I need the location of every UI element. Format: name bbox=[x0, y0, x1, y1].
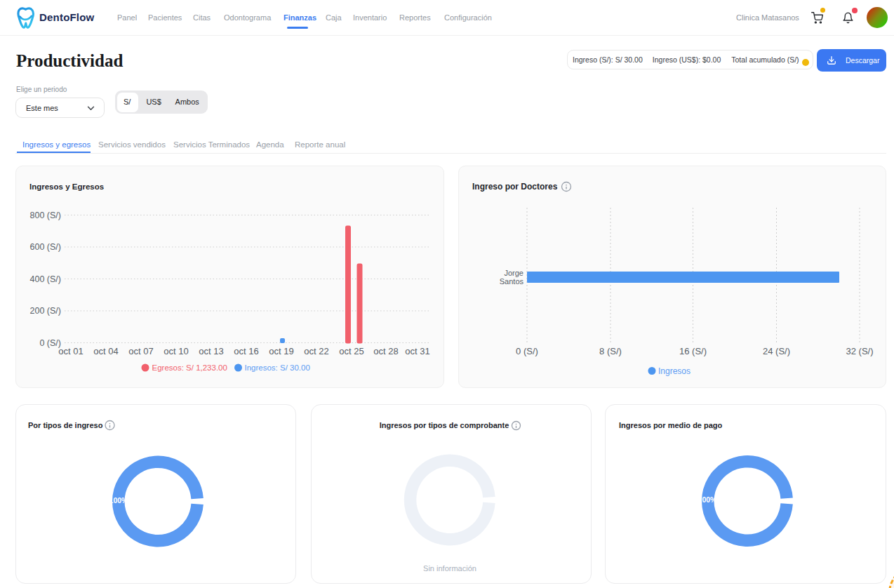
svg-text:oct 01: oct 01 bbox=[58, 346, 83, 356]
svg-text:oct 10: oct 10 bbox=[164, 346, 188, 356]
svg-text:Ingresos por medio de pago: Ingresos por medio de pago bbox=[619, 421, 723, 429]
svg-text:600 (S/): 600 (S/) bbox=[30, 242, 61, 252]
svg-text:200 (S/): 200 (S/) bbox=[30, 306, 61, 316]
svg-text:Ingresos: S/ 30.00: Ingresos: S/ 30.00 bbox=[245, 363, 310, 372]
svg-text:Ingresos: Ingresos bbox=[658, 366, 690, 376]
svg-text:oct 13: oct 13 bbox=[199, 346, 223, 356]
svg-text:800 (S/): 800 (S/) bbox=[30, 211, 61, 220]
svg-text:oct 19: oct 19 bbox=[269, 346, 293, 356]
svg-text:Ingresos y Egresos: Ingresos y Egresos bbox=[29, 182, 104, 191]
svg-text:8 (S/): 8 (S/) bbox=[599, 346, 622, 356]
svg-text:Jorge: Jorge bbox=[504, 269, 523, 277]
svg-text:Egresos: S/ 1,233.00: Egresos: S/ 1,233.00 bbox=[152, 363, 227, 372]
svg-text:oct 04: oct 04 bbox=[93, 346, 118, 356]
svg-text:Por tipos de ingreso: Por tipos de ingreso bbox=[28, 421, 103, 429]
svg-text:100%: 100% bbox=[698, 495, 718, 504]
svg-text:16 (S/): 16 (S/) bbox=[679, 346, 707, 356]
svg-text:0 (S/): 0 (S/) bbox=[516, 346, 538, 356]
svg-text:oct 28: oct 28 bbox=[373, 346, 398, 356]
svg-text:oct 31: oct 31 bbox=[405, 346, 429, 356]
svg-text:Santos: Santos bbox=[500, 277, 524, 286]
svg-text:oct 25: oct 25 bbox=[339, 346, 363, 356]
svg-text:100%: 100% bbox=[109, 496, 129, 505]
svg-text:24 (S/): 24 (S/) bbox=[763, 346, 790, 356]
svg-text:400 (S/): 400 (S/) bbox=[30, 274, 61, 284]
svg-text:oct 22: oct 22 bbox=[304, 346, 328, 356]
svg-text:oct 07: oct 07 bbox=[128, 346, 153, 356]
svg-text:Ingresos por tipos de comproba: Ingresos por tipos de comprobante bbox=[380, 421, 509, 429]
svg-text:Sin información: Sin información bbox=[423, 564, 476, 573]
svg-text:oct 16: oct 16 bbox=[234, 346, 258, 356]
svg-text:32 (S/): 32 (S/) bbox=[846, 346, 873, 356]
svg-text:Ingreso por Doctores: Ingreso por Doctores bbox=[472, 182, 558, 192]
